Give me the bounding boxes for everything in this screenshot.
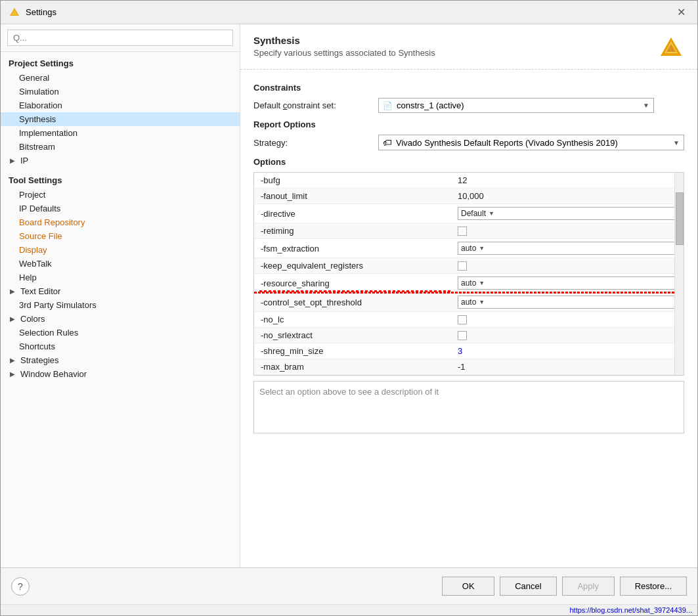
nav-tree: Project Settings General Simulation Elab… <box>1 52 240 567</box>
restore-button[interactable]: Restore... <box>620 577 687 596</box>
sidebar-item-bitstream[interactable]: Bitstream <box>1 140 240 154</box>
footer-left: ? <box>11 577 30 596</box>
chevron-right-icon-colors: ▶ <box>10 315 18 322</box>
options-table-container: -bufg 12 -fanout_limit 10,000 -directive <box>253 172 684 376</box>
directive-dropdown[interactable]: Default ▼ <box>458 207 677 220</box>
table-row: -bufg 12 <box>254 173 684 188</box>
keep-eq-checkbox[interactable] <box>458 261 467 271</box>
sidebar-item-display[interactable]: Display <box>1 243 240 257</box>
fsm-dropdown[interactable]: auto ▼ <box>458 242 677 255</box>
title-bar: Settings ✕ <box>1 1 697 24</box>
apply-button[interactable]: Apply <box>562 577 615 596</box>
status-bar: https://blog.csdn.net/shat_39724439... <box>1 604 697 615</box>
sidebar-item-implementation[interactable]: Implementation <box>1 126 240 140</box>
scrollbar-track[interactable] <box>674 173 684 375</box>
right-header-text: Synthesis Specify various settings assoc… <box>253 35 435 58</box>
value-shreg: 3 <box>451 343 684 359</box>
fsm-value: auto <box>461 244 476 253</box>
vivado-logo <box>658 35 684 61</box>
constraint-value: constrs_1 (active) <box>397 100 464 110</box>
resource-sharing-dropdown-arrow: ▼ <box>479 280 485 286</box>
constraints-row: Default constraint set: 📄 constrs_1 (act… <box>253 98 684 113</box>
table-row: -control_set_opt_threshold auto ▼ <box>254 293 684 312</box>
no-srl-checkbox[interactable] <box>458 331 467 340</box>
strategy-dropdown-arrow-icon: ▼ <box>673 139 680 146</box>
table-row: -fanout_limit 10,000 <box>254 188 684 204</box>
strategy-icon: 🏷 <box>383 137 392 148</box>
cancel-button[interactable]: Cancel <box>500 577 556 596</box>
table-row: -max_bram -1 <box>254 359 684 375</box>
default-constraint-label: Default constraint set: <box>253 100 372 110</box>
sidebar-item-strategies[interactable]: ▶ Strategies <box>1 353 240 367</box>
sidebar-item-synthesis[interactable]: Synthesis <box>1 112 240 126</box>
right-content: Constraints Default constraint set: 📄 co… <box>240 70 697 567</box>
help-button[interactable]: ? <box>11 577 30 596</box>
param-retiming: -retiming <box>254 223 451 239</box>
constraint-dropdown[interactable]: 📄 constrs_1 (active) ▼ <box>378 98 654 113</box>
sidebar-item-3rd-party[interactable]: 3rd Party Simulators <box>1 298 240 312</box>
no-lc-checkbox[interactable] <box>458 315 467 324</box>
sidebar-item-window-behavior-label: Window Behavior <box>20 369 87 379</box>
panel-subtitle: Specify various settings associated to S… <box>253 48 435 58</box>
strategy-dropdown[interactable]: 🏷 Vivado Synthesis Default Reports (Viva… <box>378 135 684 150</box>
sidebar-item-simulation[interactable]: Simulation <box>1 85 240 99</box>
value-keep-eq <box>451 258 684 274</box>
ok-button[interactable]: OK <box>442 577 494 596</box>
sidebar-item-source-file[interactable]: Source File <box>1 229 240 243</box>
retiming-checkbox[interactable] <box>458 227 467 236</box>
close-button[interactable]: ✕ <box>673 5 689 20</box>
value-fsm: auto ▼ <box>451 239 684 258</box>
param-no-srl: -no_srlextract <box>254 328 451 343</box>
sidebar-item-shortcuts[interactable]: Shortcuts <box>1 340 240 353</box>
sidebar-item-webtalk[interactable]: WebTalk <box>1 257 240 271</box>
value-resource-sharing: auto ▼ <box>451 274 684 293</box>
settings-dialog: Settings ✕ Project Settings General Simu… <box>0 0 698 616</box>
sidebar-item-text-editor[interactable]: ▶ Text Editor <box>1 284 240 298</box>
value-fanout: 10,000 <box>451 188 684 204</box>
sidebar-item-ip-label: IP <box>20 156 28 165</box>
control-set-dropdown[interactable]: auto ▼ <box>458 296 677 309</box>
sidebar-item-project[interactable]: Project <box>1 188 240 202</box>
directive-value: Default <box>461 209 486 218</box>
dialog-footer: ? OK Cancel Apply Restore... <box>1 567 697 604</box>
footer-right: OK Cancel Apply Restore... <box>442 577 687 596</box>
sidebar-item-help[interactable]: Help <box>1 271 240 284</box>
sidebar-item-selection-rules[interactable]: Selection Rules <box>1 326 240 340</box>
sidebar-item-ip[interactable]: ▶ IP <box>1 154 240 167</box>
chevron-right-icon-window: ▶ <box>10 370 18 378</box>
table-row: -fsm_extraction auto ▼ <box>254 239 684 258</box>
sidebar-item-elaboration[interactable]: Elaboration <box>1 99 240 112</box>
search-input[interactable] <box>7 30 233 46</box>
dropdown-arrow-icon: ▼ <box>643 102 649 109</box>
value-no-srl <box>451 328 684 343</box>
value-bufg: 12 <box>451 173 684 188</box>
value-directive: Default ▼ <box>451 204 684 223</box>
sidebar-item-strategies-label: Strategies <box>20 355 59 365</box>
chevron-right-icon-strategies: ▶ <box>10 357 18 364</box>
param-bufg: -bufg <box>254 173 451 188</box>
param-shreg: -shreg_min_size <box>254 343 451 359</box>
table-row: -retiming <box>254 223 684 239</box>
sidebar-item-window-behavior[interactable]: ▶ Window Behavior <box>1 367 240 381</box>
sidebar-item-board-repository[interactable]: Board Repository <box>1 215 240 229</box>
sidebar-item-ip-defaults[interactable]: IP Defaults <box>1 202 240 215</box>
param-control-set: -control_set_opt_threshold <box>254 293 451 312</box>
fsm-dropdown-arrow: ▼ <box>479 245 485 252</box>
sidebar-item-general[interactable]: General <box>1 71 240 85</box>
sidebar-item-text-editor-label: Text Editor <box>20 286 60 296</box>
options-label: Options <box>253 157 684 167</box>
dialog-title: Settings <box>26 7 56 17</box>
sidebar-item-colors[interactable]: ▶ Colors <box>1 312 240 326</box>
chevron-right-icon: ▶ <box>10 157 18 164</box>
table-row: -shreg_min_size 3 <box>254 343 684 359</box>
param-no-lc: -no_lc <box>254 312 451 328</box>
control-set-dropdown-arrow: ▼ <box>479 299 485 305</box>
report-options-label: Report Options <box>253 120 684 129</box>
table-row: -keep_equivalent_registers <box>254 258 684 274</box>
dialog-body: Project Settings General Simulation Elab… <box>1 24 697 567</box>
constraints-label: Constraints <box>253 83 684 93</box>
resource-sharing-value: auto <box>461 278 476 288</box>
resource-sharing-dropdown[interactable]: auto ▼ <box>458 276 677 290</box>
scrollbar-thumb[interactable] <box>676 192 684 245</box>
table-row: -no_lc <box>254 312 684 328</box>
